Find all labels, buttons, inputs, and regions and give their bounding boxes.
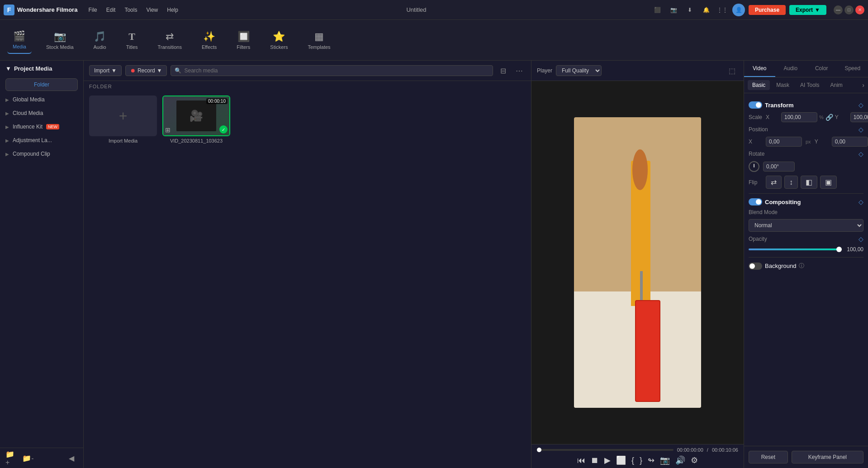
grid-icon[interactable]: ⋮⋮ <box>716 4 729 16</box>
flip-horizontal-button[interactable]: ⇄ <box>766 176 782 189</box>
tab-effects[interactable]: ✨ Effects <box>196 27 222 53</box>
audio-icon: 🎵 <box>94 31 106 43</box>
prop-tab-more-icon[interactable]: › <box>862 81 864 89</box>
volume-icon[interactable]: 🔊 <box>675 455 685 465</box>
flip-label: Flip <box>749 179 762 186</box>
sidebar-item-compound-clip[interactable]: ▶ Compound Clip <box>0 147 83 161</box>
current-time: 00:00:00:00 <box>677 447 703 453</box>
remove-folder-icon[interactable]: 📁- <box>22 452 34 464</box>
play-stop-icon[interactable]: ⏹ <box>591 456 599 465</box>
import-media-card[interactable]: + Import Media <box>89 96 157 143</box>
sidebar-item-influence-kit[interactable]: ▶ Influence Kit NEW <box>0 120 83 134</box>
window-title: Untitled <box>185 6 647 13</box>
mark-out-icon[interactable]: } <box>640 456 642 465</box>
opacity-thumb[interactable] <box>836 247 842 252</box>
menu-tools[interactable]: Tools <box>121 5 141 15</box>
pos-y-input[interactable] <box>832 137 868 147</box>
rotate-dial[interactable] <box>749 161 759 172</box>
flip-reset2-button[interactable]: ▣ <box>820 176 837 189</box>
flip-vertical-button[interactable]: ↕ <box>784 176 798 189</box>
search-bar[interactable]: 🔍 <box>171 65 493 76</box>
maximize-button[interactable]: □ <box>844 5 854 14</box>
fullscreen-icon[interactable]: ⬜ <box>616 455 626 465</box>
preview-fullscreen-icon[interactable]: ⬚ <box>726 64 738 77</box>
tab-color[interactable]: Color <box>806 61 837 77</box>
play-button[interactable]: ▶ <box>604 455 611 465</box>
prop-tab-anim[interactable]: Anim <box>825 80 847 90</box>
opacity-fill <box>749 248 842 250</box>
position-keyframe-icon[interactable]: ◇ <box>859 126 863 133</box>
settings-icon[interactable]: ⚙ <box>691 455 698 465</box>
video-clip-card[interactable]: 🎥 00:00:10 ⊞ ✓ VID_20230811_103623 <box>162 96 230 143</box>
media-grid: + Import Media 🎥 00:00:10 ⊞ ✓ VI <box>84 92 531 147</box>
transform-toggle[interactable] <box>749 101 762 109</box>
compositing-label: Compositing <box>765 199 801 205</box>
notification-icon[interactable]: 🔔 <box>700 4 712 16</box>
tab-audio[interactable]: Audio <box>775 61 806 77</box>
collapse-panel-icon[interactable]: ◀ <box>65 452 78 464</box>
tab-audio[interactable]: 🎵 Audio <box>88 27 112 53</box>
quality-select[interactable]: Full Quality Half Quality <box>556 65 602 76</box>
download-icon[interactable]: ⬇ <box>683 4 696 16</box>
preview-progress-bar[interactable] <box>537 449 674 451</box>
keyframe-panel-button[interactable]: Keyframe Panel <box>792 451 863 463</box>
tab-stickers[interactable]: ⭐ Stickers <box>265 27 293 53</box>
import-media-thumb[interactable]: + <box>89 96 157 136</box>
record-button[interactable]: ⏺ Record ▼ <box>125 65 167 76</box>
rotate-keyframe-icon[interactable]: ◇ <box>859 150 863 158</box>
scale-y-input[interactable] <box>850 112 868 122</box>
tab-video[interactable]: Video <box>744 61 775 77</box>
transform-keyframe-icon[interactable]: ◇ <box>859 101 863 109</box>
scale-x-input[interactable] <box>781 112 817 122</box>
import-button[interactable]: Import ▼ <box>89 65 122 76</box>
tab-media[interactable]: 🎬 Media <box>7 27 32 54</box>
pos-x-input[interactable] <box>766 137 802 147</box>
filter-icon[interactable]: ⊟ <box>497 64 509 77</box>
sidebar-item-adjustment-layer[interactable]: ▶ Adjustment La... <box>0 134 83 147</box>
search-input[interactable] <box>184 67 489 74</box>
prop-tab-mask[interactable]: Mask <box>772 80 794 90</box>
tab-titles[interactable]: T Titles <box>121 27 143 53</box>
opacity-slider[interactable] <box>749 248 842 250</box>
tab-stock-media[interactable]: 📷 Stock Media <box>41 27 79 53</box>
media-toolbar: 🎬 Media 📷 Stock Media 🎵 Audio T Titles ⇄… <box>0 20 868 61</box>
compositing-toggle[interactable] <box>749 198 762 205</box>
minimize-button[interactable]: — <box>834 5 843 14</box>
menu-edit[interactable]: Edit <box>103 5 119 15</box>
menu-help[interactable]: Help <box>163 5 182 15</box>
tab-speed[interactable]: Speed <box>837 61 868 77</box>
tab-templates[interactable]: ▦ Templates <box>302 27 336 53</box>
playback-controls: ⏮ ⏹ ▶ ⬜ { } ↬ 📷 🔊 ⚙ <box>537 455 738 465</box>
prop-tab-basic[interactable]: Basic <box>748 80 770 90</box>
more-options-icon[interactable]: ⋯ <box>513 64 526 77</box>
menu-file[interactable]: File <box>85 5 100 15</box>
tab-transitions[interactable]: ⇄ Transitions <box>152 27 187 53</box>
snapshot-icon[interactable]: 📷 <box>660 455 670 465</box>
background-toggle[interactable] <box>749 263 762 270</box>
tab-filters[interactable]: 🔲 Filters <box>231 27 256 53</box>
prop-tab-ai-tools[interactable]: AI Tools <box>796 80 824 90</box>
blend-mode-select[interactable]: Normal Multiply Screen Overlay <box>749 219 863 232</box>
sidebar-item-global-media[interactable]: ▶ Global Media <box>0 93 83 106</box>
flip-reset-button[interactable]: ◧ <box>801 176 817 189</box>
sidebar-item-cloud-media[interactable]: ▶ Cloud Media <box>0 106 83 120</box>
opacity-keyframe-icon[interactable]: ◇ <box>859 235 863 243</box>
user-icon[interactable]: 👤 <box>732 4 745 16</box>
rotate-input[interactable] <box>763 162 795 172</box>
close-button[interactable]: ✕ <box>855 5 864 14</box>
monitor-icon[interactable]: ⬛ <box>651 4 664 16</box>
add-folder-icon[interactable]: 📁+ <box>5 452 18 464</box>
add-to-timeline-icon[interactable]: ↬ <box>648 455 655 465</box>
folder-button[interactable]: Folder <box>5 78 78 91</box>
background-info-icon[interactable]: ⓘ <box>799 262 804 270</box>
mark-in-icon[interactable]: { <box>631 456 634 465</box>
compositing-keyframe-icon[interactable]: ◇ <box>859 198 863 205</box>
camera-icon[interactable]: 📷 <box>667 4 680 16</box>
menu-view[interactable]: View <box>142 5 161 15</box>
video-clip-thumb[interactable]: 🎥 00:00:10 ⊞ ✓ <box>162 96 230 136</box>
transform-label: Transform <box>765 102 794 109</box>
reset-button[interactable]: Reset <box>749 451 788 463</box>
purchase-button[interactable]: Purchase <box>749 5 786 15</box>
export-button[interactable]: Export ▼ <box>789 5 826 15</box>
step-back-icon[interactable]: ⏮ <box>577 456 585 465</box>
